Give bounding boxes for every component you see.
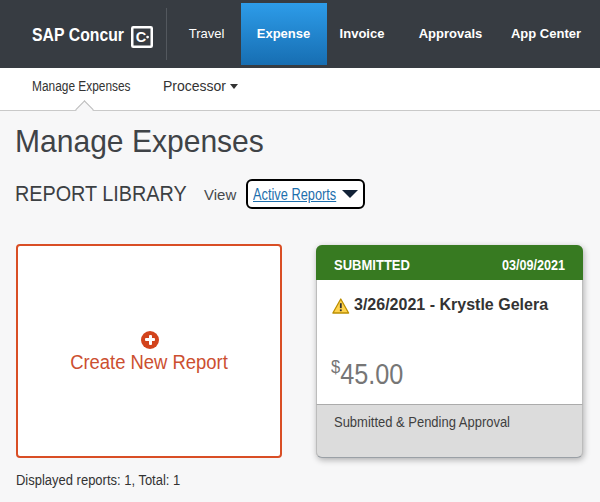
- svg-text:C: C: [136, 29, 147, 45]
